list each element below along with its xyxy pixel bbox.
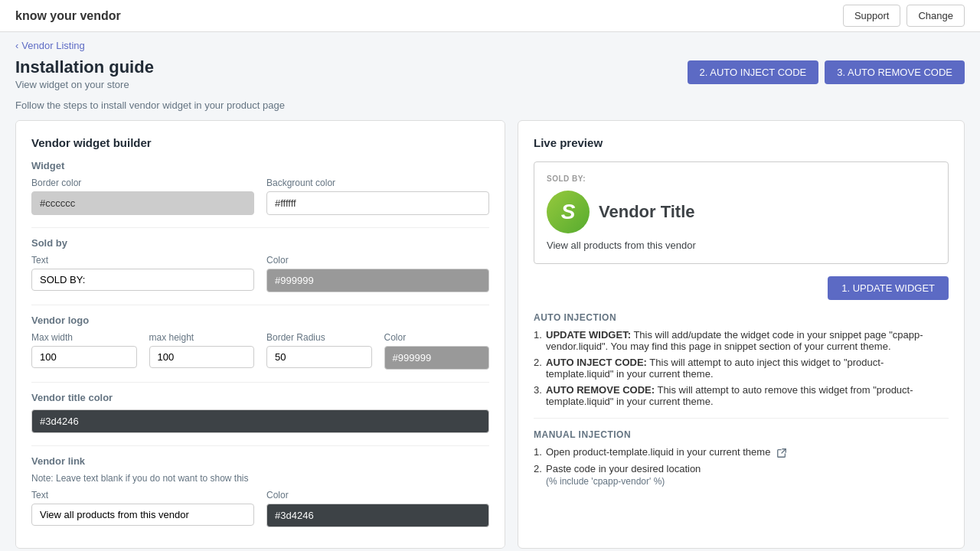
vendor-logo-row: Max width max height Border Radius Color… — [31, 332, 489, 370]
external-link-icon[interactable] — [776, 448, 787, 458]
max-width-label: Max width — [31, 332, 137, 343]
vendor-logo-section-label: Vendor logo — [31, 315, 489, 326]
manual-injection-title: MANUAL INJECTION — [534, 429, 949, 440]
border-color-swatch[interactable]: #cccccc — [31, 191, 254, 215]
vendor-link-text-input[interactable] — [31, 504, 254, 526]
widget-builder-title: Vendor widget builder — [31, 136, 489, 149]
logo-color-swatch[interactable]: #999999 — [384, 346, 490, 370]
injection-section: AUTO INJECTION UPDATE WIDGET: This will … — [534, 312, 949, 487]
background-color-label: Backgrount color — [266, 178, 489, 188]
sold-by-color-group: Color #999999 — [266, 255, 489, 292]
border-radius-label: Border Radius — [266, 332, 372, 343]
widget-colors-row: Border color #cccccc Backgrount color #f… — [31, 178, 489, 215]
vendor-link-text-group: Text — [31, 490, 254, 527]
auto-inject-button[interactable]: 2. AUTO INJECT CODE — [688, 60, 819, 84]
widget-section-label: Widget — [31, 160, 489, 171]
vendor-link-color-group: Color #3d4246 — [266, 490, 489, 527]
injection-divider — [534, 418, 949, 419]
vendor-link-color-swatch[interactable]: #3d4246 — [266, 504, 489, 527]
right-panel: Live preview SOLD BY: S Vendor Title Vie… — [518, 120, 965, 549]
sold-by-text-group: Text — [31, 255, 254, 292]
border-color-group: Border color #cccccc — [31, 178, 254, 215]
auto-injection-item-3: AUTO REMOVE CODE: This will attempt to a… — [534, 384, 949, 407]
max-height-input[interactable] — [149, 346, 255, 368]
manual-injection-text-2: Paste code in your desired location — [546, 463, 701, 474]
max-width-input[interactable] — [31, 346, 137, 368]
header: know your vendor Support Change — [0, 0, 980, 32]
auto-remove-button[interactable]: 3. AUTO REMOVE CODE — [825, 60, 965, 84]
vendor-title-color-group: #3d4246 — [31, 409, 489, 433]
manual-injection-item-2: Paste code in your desired location (% i… — [534, 463, 949, 487]
max-height-label: max height — [149, 332, 255, 343]
page-subtitle: View widget on your store — [15, 79, 154, 90]
auto-injection-label-2: AUTO INJECT CODE: — [546, 357, 647, 368]
preview-vendor-title: Vendor Title — [599, 202, 695, 222]
page-header-right: 2. AUTO INJECT CODE 3. AUTO REMOVE CODE — [688, 57, 965, 84]
divider-2 — [31, 305, 489, 305]
vendor-logo: S — [547, 191, 590, 233]
breadcrumb-link[interactable]: ‹ Vendor Listing — [15, 40, 965, 51]
preview-vendor-link[interactable]: View all products from this vendor — [547, 240, 936, 251]
sold-by-text-input[interactable] — [31, 269, 254, 291]
auto-injection-title: AUTO INJECTION — [534, 312, 949, 323]
vendor-link-color-label: Color — [266, 490, 489, 500]
page-description: Follow the steps to install vendor widge… — [0, 99, 980, 120]
max-width-group: Max width — [31, 332, 137, 370]
vendor-link-section-label: Vendor link — [31, 455, 489, 467]
auto-injection-label-1: UPDATE WIDGET: — [546, 329, 631, 341]
shopify-s-icon: S — [561, 200, 576, 224]
page-header-left: Installation guide View widget on your s… — [15, 57, 154, 90]
preview-sold-by-label: SOLD BY: — [547, 174, 936, 183]
divider-4 — [31, 445, 489, 446]
chevron-left-icon: ‹ — [15, 40, 18, 51]
border-radius-group: Border Radius — [266, 332, 372, 370]
sold-by-color-label: Color — [266, 255, 489, 266]
vendor-link-row: Text Color #3d4246 — [31, 490, 489, 527]
header-actions: Support Change — [843, 5, 965, 27]
update-widget-button[interactable]: 1. UPDATE WIDGET — [828, 276, 949, 300]
auto-injection-item-2: AUTO INJECT CODE: This will attempt to a… — [534, 357, 949, 380]
manual-injection-code: (% include 'cpapp-vendor' %) — [546, 476, 949, 487]
vendor-title-color-label: Vendor title color — [31, 392, 489, 403]
support-button[interactable]: Support — [843, 5, 901, 27]
widget-builder-panel: Vendor widget builder Widget Border colo… — [15, 120, 505, 549]
change-button[interactable]: Change — [906, 5, 965, 27]
border-radius-input[interactable] — [266, 346, 372, 368]
background-color-swatch[interactable]: #ffffff — [266, 191, 489, 215]
auto-injection-label-3: AUTO REMOVE CODE: — [546, 384, 655, 396]
app-logo: know your vendor — [15, 9, 121, 23]
manual-injection-list: Open product-template.liquid in your cur… — [534, 446, 949, 487]
vendor-link-text-label: Text — [31, 490, 254, 500]
sold-by-section-label: Sold by — [31, 237, 489, 249]
background-color-group: Backgrount color #ffffff — [266, 178, 489, 215]
max-height-group: max height — [149, 332, 255, 370]
divider-3 — [31, 382, 489, 383]
sold-by-color-swatch[interactable]: #999999 — [266, 269, 489, 292]
main-content: Vendor widget builder Widget Border colo… — [0, 120, 980, 551]
logo-color-label: Color — [384, 332, 490, 343]
border-color-label: Border color — [31, 178, 254, 188]
manual-injection-item-1: Open product-template.liquid in your cur… — [534, 446, 949, 458]
manual-injection-text-1: Open product-template.liquid in your cur… — [546, 446, 770, 458]
logo-color-group: Color #999999 — [384, 332, 490, 370]
live-preview-title: Live preview — [534, 136, 949, 149]
vendor-info: S Vendor Title — [547, 191, 936, 233]
preview-widget: SOLD BY: S Vendor Title View all product… — [534, 161, 949, 264]
breadcrumb: ‹ Vendor Listing — [0, 32, 980, 54]
auto-injection-list: UPDATE WIDGET: This will add/update the … — [534, 329, 949, 407]
sold-by-text-label: Text — [31, 255, 254, 266]
auto-injection-item-1: UPDATE WIDGET: This will add/update the … — [534, 329, 949, 352]
page-title: Installation guide — [15, 57, 154, 77]
divider-1 — [31, 227, 489, 228]
sold-by-row: Text Color #999999 — [31, 255, 489, 292]
vendor-link-note: Note: Leave text blank if you do not wan… — [31, 473, 489, 484]
page-header: Installation guide View widget on your s… — [0, 54, 980, 99]
vendor-title-color-swatch[interactable]: #3d4246 — [31, 409, 489, 433]
